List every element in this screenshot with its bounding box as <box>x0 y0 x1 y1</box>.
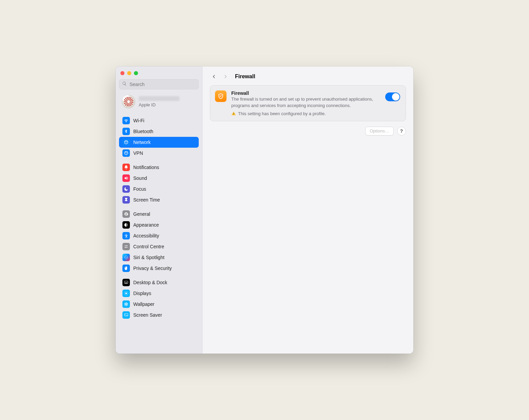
sidebar-item-screen-time[interactable]: Screen Time <box>119 194 199 205</box>
sidebar-item-label: Wallpaper <box>133 301 155 307</box>
svg-point-6 <box>125 293 127 294</box>
window-zoom-button[interactable] <box>134 71 138 75</box>
appearance-icon <box>122 221 130 229</box>
globe-icon <box>122 149 130 157</box>
firewall-profile-note: This setting has been configured by a pr… <box>238 111 326 116</box>
search-icon <box>122 81 127 87</box>
siri-icon <box>122 254 130 261</box>
forward-button[interactable] <box>221 72 230 81</box>
traffic-lights <box>116 66 202 78</box>
moon-icon <box>122 185 130 193</box>
sidebar-item-label: VPN <box>133 150 143 156</box>
svg-rect-12 <box>124 294 125 295</box>
sliders-icon <box>122 243 130 250</box>
globe-icon <box>122 139 130 146</box>
bell-icon <box>122 164 130 171</box>
svg-point-0 <box>126 234 126 235</box>
sidebar-item-general[interactable]: General <box>119 209 199 219</box>
svg-point-2 <box>125 247 126 248</box>
sidebar-item-displays[interactable]: Displays <box>119 288 199 299</box>
system-settings-window: Apple ID Wi-FiBluetoothNetworkVPNNotific… <box>116 66 413 354</box>
sidebar-item-vpn[interactable]: VPN <box>119 148 199 159</box>
sidebar-item-label: Sound <box>133 175 147 181</box>
firewall-toggle[interactable] <box>385 92 400 101</box>
account-name-blurred <box>139 96 179 101</box>
sidebar-item-control-centre[interactable]: Control Centre <box>119 241 199 252</box>
svg-point-16 <box>126 302 126 303</box>
window-minimize-button[interactable] <box>127 71 131 75</box>
sidebar-item-label: Siri & Spotlight <box>133 255 164 260</box>
sidebar-item-label: General <box>133 211 150 217</box>
sidebar-item-label: Notifications <box>133 165 159 170</box>
sidebar-item-focus[interactable]: Focus <box>119 184 199 194</box>
sidebar-item-screen-saver[interactable]: Screen Saver <box>119 310 199 320</box>
sidebar-item-apple-id[interactable]: Apple ID <box>116 93 202 112</box>
sidebar-item-label: Privacy & Security <box>133 266 172 271</box>
svg-rect-8 <box>127 292 128 292</box>
search-input[interactable] <box>129 81 196 87</box>
sidebar-item-label: Control Centre <box>133 244 164 249</box>
firewall-card: Firewall The firewall is turned on and s… <box>210 85 406 121</box>
svg-point-19 <box>126 305 126 306</box>
speaker-icon <box>122 174 130 182</box>
svg-point-21 <box>124 303 126 304</box>
svg-point-1 <box>126 246 127 246</box>
sidebar: Apple ID Wi-FiBluetoothNetworkVPNNotific… <box>116 66 202 354</box>
firewall-icon <box>215 90 227 102</box>
sidebar-item-label: Screen Saver <box>133 312 162 318</box>
sidebar-item-label: Screen Time <box>133 197 160 203</box>
toolbar: Firewall <box>202 66 413 85</box>
sidebar-item-siri-spotlight[interactable]: Siri & Spotlight <box>119 252 199 263</box>
firewall-card-description: The firewall is turned on and set up to … <box>231 96 376 109</box>
hand-icon <box>122 265 130 272</box>
wifi-icon <box>122 117 130 124</box>
svg-point-20 <box>124 304 126 306</box>
avatar <box>122 95 135 108</box>
accessibility-icon <box>122 232 130 239</box>
firewall-card-title: Firewall <box>231 90 376 96</box>
sidebar-item-label: Appearance <box>133 222 159 228</box>
warning-icon <box>231 111 236 116</box>
sidebar-item-label: Desktop & Dock <box>133 280 167 285</box>
gear-icon <box>122 210 130 218</box>
sidebar-item-desktop-dock[interactable]: Desktop & Dock <box>119 277 199 288</box>
svg-rect-7 <box>126 291 126 292</box>
sun-icon <box>122 290 130 297</box>
sidebar-item-appearance[interactable]: Appearance <box>119 219 199 230</box>
svg-rect-23 <box>233 113 234 114</box>
sidebar-scroll[interactable]: Wi-FiBluetoothNetworkVPNNotificationsSou… <box>116 112 202 354</box>
sidebar-item-sound[interactable]: Sound <box>119 173 199 184</box>
sidebar-item-bluetooth[interactable]: Bluetooth <box>119 126 199 137</box>
sidebar-item-network[interactable]: Network <box>119 137 199 148</box>
sidebar-item-label: Displays <box>133 291 151 296</box>
svg-rect-11 <box>126 295 126 295</box>
page-title: Firewall <box>235 74 255 80</box>
flower-icon <box>122 300 130 308</box>
sidebar-item-privacy-security[interactable]: Privacy & Security <box>119 263 199 274</box>
svg-rect-5 <box>125 283 128 283</box>
sidebar-item-wallpaper[interactable]: Wallpaper <box>119 299 199 310</box>
back-button[interactable] <box>210 72 218 81</box>
sidebar-item-label: Focus <box>133 186 146 192</box>
content-area: Firewall Firewall The firewall is turned… <box>202 66 413 354</box>
bluetooth-icon <box>122 128 130 135</box>
dock-icon <box>122 279 130 286</box>
svg-rect-14 <box>124 292 125 292</box>
sidebar-item-label: Accessibility <box>133 233 159 238</box>
hourglass-icon <box>122 196 130 204</box>
window-close-button[interactable] <box>120 71 124 75</box>
sidebar-item-wi-fi[interactable]: Wi-Fi <box>119 115 199 126</box>
sidebar-item-accessibility[interactable]: Accessibility <box>119 230 199 241</box>
help-button[interactable]: ? <box>397 127 406 135</box>
sidebar-item-label: Wi-Fi <box>133 118 144 123</box>
sidebar-item-label: Bluetooth <box>133 129 153 134</box>
account-subtitle: Apple ID <box>139 102 179 107</box>
sidebar-item-label: Network <box>133 140 151 145</box>
svg-rect-13 <box>124 293 125 294</box>
search-field[interactable] <box>119 79 199 89</box>
screensaver-icon <box>122 311 130 319</box>
sidebar-item-notifications[interactable]: Notifications <box>119 162 199 173</box>
svg-point-18 <box>126 304 128 306</box>
options-button[interactable]: Options… <box>365 127 394 135</box>
svg-rect-9 <box>128 293 128 294</box>
